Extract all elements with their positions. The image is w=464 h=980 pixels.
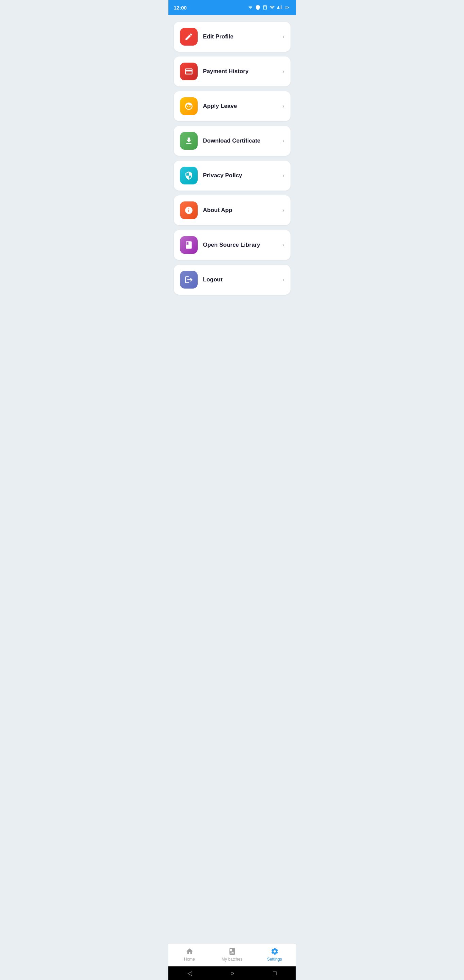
clipboard-icon [262, 5, 267, 10]
wifi-icon [269, 5, 275, 10]
privacy-policy-icon [184, 171, 193, 180]
status-bar: 12:00 [168, 0, 296, 15]
menu-item-payment-history[interactable]: Payment History › [174, 56, 291, 86]
signal-icon [277, 5, 282, 10]
settings-icon [270, 947, 279, 956]
edit-profile-label: Edit Profile [203, 33, 283, 40]
opensource-chevron: › [282, 242, 284, 248]
leave-icon [184, 102, 193, 111]
status-icons [248, 5, 291, 10]
payment-icon-wrapper [180, 63, 198, 80]
logout-label: Logout [203, 276, 283, 283]
edit-profile-icon [184, 32, 193, 41]
my-batches-icon [228, 947, 236, 956]
opensource-icon-wrapper [180, 236, 198, 254]
open-source-library-icon [184, 240, 193, 250]
about-app-icon [184, 206, 193, 215]
home-button[interactable]: ○ [230, 970, 234, 977]
edit-profile-chevron: › [282, 34, 284, 40]
privacy-icon-wrapper [180, 167, 198, 185]
battery-icon [284, 5, 291, 10]
status-time: 12:00 [174, 5, 187, 11]
logout-icon-wrapper [180, 271, 198, 288]
payment-icon [184, 67, 193, 76]
home-icon [185, 947, 194, 956]
about-app-label: About App [203, 207, 283, 214]
menu-item-logout[interactable]: Logout › [174, 265, 291, 295]
svg-rect-2 [285, 7, 288, 8]
leave-icon-wrapper [180, 97, 198, 115]
menu-item-edit-profile[interactable]: Edit Profile › [174, 22, 291, 52]
download-icon-wrapper [180, 132, 198, 150]
nav-item-home[interactable]: Home [168, 947, 211, 962]
menu-item-privacy-policy[interactable]: Privacy Policy › [174, 161, 291, 191]
leave-chevron: › [282, 103, 284, 109]
system-navigation-bar: ◁ ○ □ [168, 966, 296, 980]
privacy-chevron: › [282, 172, 284, 179]
apply-leave-label: Apply Leave [203, 103, 283, 110]
logout-icon [184, 275, 193, 284]
logout-chevron: › [282, 277, 284, 283]
nav-item-my-batches[interactable]: My batches [211, 947, 253, 962]
download-certificate-label: Download Certificate [203, 137, 283, 144]
menu-item-about-app[interactable]: About App › [174, 195, 291, 225]
notification-icon [248, 5, 253, 10]
payment-history-label: Payment History [203, 68, 283, 75]
settings-nav-label: Settings [267, 957, 282, 962]
svg-rect-1 [288, 7, 289, 8]
open-source-library-label: Open Source Library [203, 242, 283, 248]
recents-button[interactable]: □ [273, 970, 276, 977]
payment-chevron: › [282, 68, 284, 75]
menu-item-download-certificate[interactable]: Download Certificate › [174, 126, 291, 156]
my-batches-nav-label: My batches [221, 957, 242, 962]
content-area: Edit Profile › Payment History › Apply L… [168, 15, 296, 980]
privacy-policy-label: Privacy Policy [203, 172, 283, 179]
about-icon-wrapper [180, 202, 198, 219]
about-chevron: › [282, 207, 284, 213]
menu-item-open-source-library[interactable]: Open Source Library › [174, 230, 291, 260]
back-button[interactable]: ◁ [188, 969, 192, 977]
download-chevron: › [282, 138, 284, 144]
menu-item-apply-leave[interactable]: Apply Leave › [174, 91, 291, 121]
home-nav-label: Home [184, 957, 195, 962]
vpn-icon [255, 5, 261, 10]
nav-item-settings[interactable]: Settings [253, 947, 296, 962]
edit-profile-icon-wrapper [180, 28, 198, 46]
download-certificate-icon [184, 137, 193, 145]
bottom-navigation: Home My batches Settings [168, 943, 296, 966]
